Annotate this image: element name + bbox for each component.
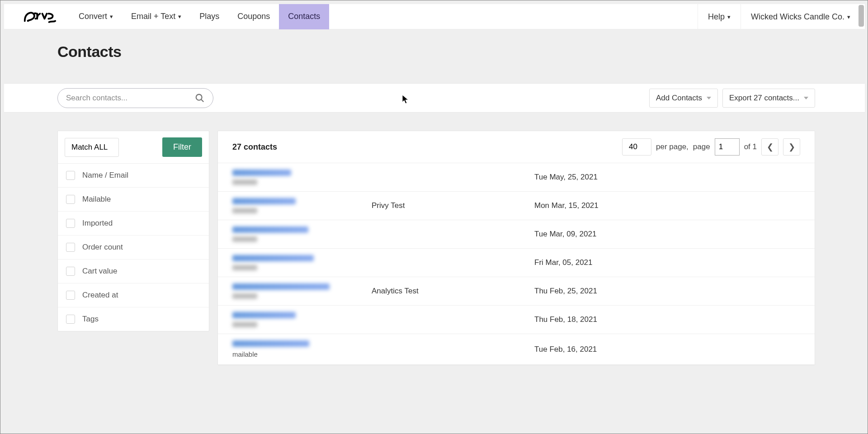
per-page-select[interactable]: 40 [622, 138, 651, 156]
nav-item-label: Coupons [237, 12, 270, 21]
export-contacts-label: Export 27 contacts... [729, 94, 799, 103]
checkbox[interactable] [66, 291, 75, 300]
filter-row-created-at[interactable]: Created at [58, 283, 209, 307]
contact-date: Mon Mar, 15, 2021 [534, 201, 599, 210]
filter-row-mailable[interactable]: Mailable [58, 188, 209, 212]
contact-email-redacted [232, 198, 296, 204]
search-input[interactable] [66, 94, 195, 103]
table-row[interactable]: mailableTue Feb, 16, 2021 [218, 334, 815, 365]
contacts-table: 27 contacts 40 per page, page of 1 ❮ ❯ T… [217, 131, 815, 365]
chevron-down-icon: ▾ [727, 14, 731, 20]
contact-name: Privy Test [372, 201, 534, 210]
filter-row-label: Imported [82, 219, 113, 228]
contact-status-redacted [232, 236, 257, 242]
page-header: Contacts [4, 29, 865, 83]
filter-row-label: Order count [82, 243, 123, 252]
contact-name: Analytics Test [372, 287, 534, 296]
contact-email-redacted [232, 255, 314, 261]
svg-line-1 [201, 99, 204, 102]
search-icon [195, 93, 205, 103]
filter-row-tags[interactable]: Tags [58, 307, 209, 331]
caret-down-icon [707, 97, 711, 99]
nav-item-plays[interactable]: Plays [190, 4, 228, 29]
contact-status-redacted [232, 208, 257, 213]
contact-email-redacted [232, 340, 309, 347]
filters-head: Match ALL Filter [58, 131, 209, 164]
contact-date: Thu Feb, 25, 2021 [534, 287, 597, 296]
table-row[interactable]: Analytics TestThu Feb, 25, 2021 [218, 277, 815, 306]
account-menu[interactable]: Wicked Wicks Candle Co. ▾ [741, 4, 860, 29]
table-row[interactable]: Tue May, 25, 2021 [218, 163, 815, 192]
search-input-wrap[interactable] [57, 88, 213, 108]
filters-panel: Match ALL Filter Name / EmailMailableImp… [57, 131, 209, 331]
filter-row-name-email[interactable]: Name / Email [58, 164, 209, 188]
top-nav: Convert▾Email + Text▾PlaysCouponsContact… [4, 4, 865, 29]
contact-email-redacted [232, 283, 330, 290]
checkbox[interactable] [66, 171, 75, 180]
per-page-value: 40 [629, 142, 637, 151]
contact-date: Tue Mar, 09, 2021 [534, 230, 596, 239]
table-row[interactable]: Fri Mar, 05, 2021 [218, 249, 815, 277]
toolbar: Add Contacts Export 27 contacts... [4, 83, 865, 113]
chevron-left-icon: ❮ [767, 142, 774, 152]
contact-email-redacted [232, 170, 291, 176]
caret-down-icon [804, 97, 808, 99]
table-head: 27 contacts 40 per page, page of 1 ❮ ❯ [218, 131, 815, 163]
filter-row-order-count[interactable]: Order count [58, 236, 209, 259]
contact-email-redacted [232, 312, 296, 318]
chevron-down-icon: ▾ [178, 13, 181, 20]
table-row[interactable]: Tue Mar, 09, 2021 [218, 220, 815, 249]
contact-status-redacted [232, 322, 257, 327]
nav-item-coupons[interactable]: Coupons [228, 4, 279, 29]
chevron-down-icon: ▾ [847, 14, 850, 20]
account-label: Wicked Wicks Candle Co. [751, 12, 844, 22]
checkbox[interactable] [66, 315, 75, 324]
match-mode-button[interactable]: Match ALL [65, 138, 119, 157]
table-row[interactable]: Privy TestMon Mar, 15, 2021 [218, 192, 815, 220]
filter-row-cart-value[interactable]: Cart value [58, 259, 209, 283]
nav-item-label: Contacts [288, 12, 320, 21]
nav-item-label: Plays [199, 12, 219, 21]
contact-status-redacted [232, 293, 257, 299]
contact-status-redacted [232, 265, 257, 270]
per-page-text: per page, [656, 142, 689, 151]
export-contacts-button[interactable]: Export 27 contacts... [722, 89, 815, 108]
contact-date: Fri Mar, 05, 2021 [534, 258, 593, 267]
contact-email-redacted [232, 226, 308, 233]
help-menu[interactable]: Help ▾ [698, 4, 741, 29]
filter-button[interactable]: Filter [162, 137, 202, 157]
checkbox[interactable] [66, 267, 75, 276]
next-page-button[interactable]: ❯ [783, 138, 800, 156]
page-input[interactable] [715, 138, 740, 156]
of-text: of 1 [744, 142, 757, 151]
contact-date: Tue Feb, 16, 2021 [534, 345, 597, 354]
checkbox[interactable] [66, 243, 75, 252]
nav-item-label: Convert [79, 12, 107, 21]
filter-row-label: Mailable [82, 195, 111, 204]
filter-row-label: Created at [82, 291, 118, 300]
checkbox[interactable] [66, 219, 75, 228]
checkbox[interactable] [66, 195, 75, 204]
nav-item-email-text[interactable]: Email + Text▾ [122, 4, 190, 29]
filter-row-imported[interactable]: Imported [58, 212, 209, 236]
page-title: Contacts [57, 43, 865, 61]
table-row[interactable]: Thu Feb, 18, 2021 [218, 306, 815, 334]
chevron-down-icon: ▾ [110, 13, 113, 20]
prev-page-button[interactable]: ❮ [761, 138, 778, 156]
svg-point-0 [196, 94, 202, 100]
filter-row-label: Tags [82, 315, 99, 324]
chevron-right-icon: ❯ [788, 142, 795, 152]
contacts-count: 27 contacts [232, 142, 277, 152]
contact-status-redacted [232, 179, 257, 185]
nav-item-convert[interactable]: Convert▾ [70, 4, 122, 29]
contact-date: Thu Feb, 18, 2021 [534, 315, 597, 324]
nav-item-contacts[interactable]: Contacts [279, 4, 329, 29]
logo[interactable] [23, 9, 57, 25]
filter-row-label: Name / Email [82, 171, 128, 180]
add-contacts-label: Add Contacts [656, 94, 702, 103]
add-contacts-button[interactable]: Add Contacts [649, 89, 718, 108]
match-mode-label: Match ALL [71, 143, 108, 152]
nav-item-label: Email + Text [131, 12, 175, 21]
pagination: 40 per page, page of 1 ❮ ❯ [622, 138, 800, 156]
page-text: page [693, 142, 710, 151]
